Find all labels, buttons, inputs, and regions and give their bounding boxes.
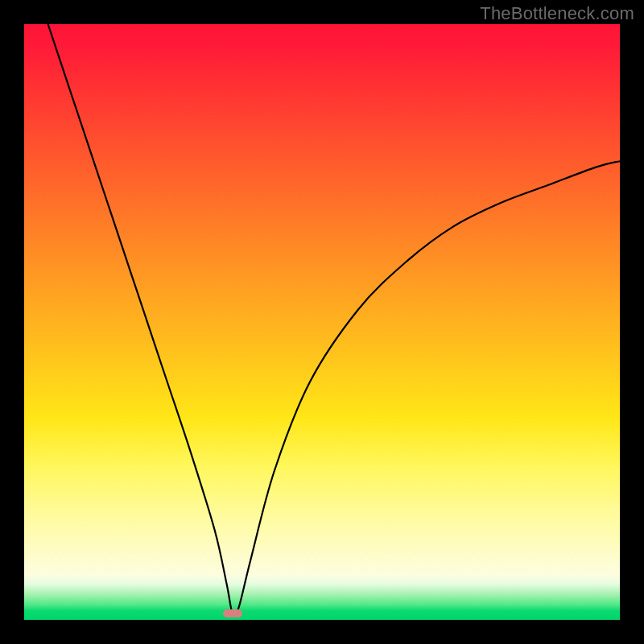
bottleneck-curve-path: [48, 24, 620, 616]
optimal-marker: [223, 609, 242, 617]
chart-plot-area: [24, 24, 620, 620]
watermark-text: TheBottleneck.com: [480, 3, 634, 24]
chart-svg: [24, 24, 620, 620]
